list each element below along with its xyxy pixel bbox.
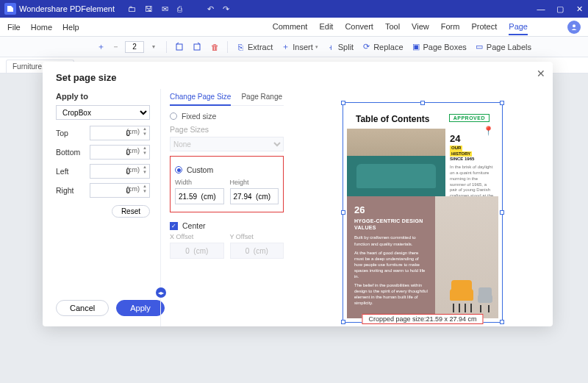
width-label: Width (175, 179, 224, 186)
margin-top-label: Top (56, 129, 85, 137)
insert-icon: ＋ (280, 42, 290, 52)
svg-rect-2 (194, 44, 200, 50)
menu-tab-edit[interactable]: Edit (319, 19, 333, 35)
panel-collapse-icon[interactable]: ◂▸ (156, 287, 166, 298)
crop-size-readout: Cropped page size:21.59 x 27.94 cm (362, 314, 483, 324)
menu-help[interactable]: Help (62, 23, 79, 32)
maximize-button[interactable]: ▢ (556, 4, 564, 14)
page-size-panel: Change Page Size Page Range Fixed size P… (160, 89, 293, 326)
page-labels-icon: ▭ (474, 42, 484, 52)
margin-bottom-input[interactable] (90, 145, 150, 160)
rotate-right-icon[interactable] (192, 42, 202, 52)
page-number-input[interactable] (125, 41, 144, 53)
mail-icon[interactable]: ✉ (162, 4, 168, 14)
delete-page-icon[interactable]: 🗑 (209, 42, 220, 52)
menu-file[interactable]: File (7, 23, 21, 32)
extract-icon: ⎘ (235, 42, 245, 52)
apply-button[interactable]: Apply (116, 300, 165, 316)
split-icon: ⫞ (326, 42, 336, 52)
split-button[interactable]: ⫞Split (326, 42, 354, 52)
replace-button[interactable]: ⟳Replace (361, 42, 403, 52)
menu-tab-view[interactable]: View (412, 19, 429, 35)
resize-handle[interactable] (341, 210, 345, 215)
menu-tab-comment[interactable]: Comment (273, 19, 308, 35)
dialog-close-button[interactable]: ✕ (537, 68, 545, 79)
height-label: Height (230, 179, 279, 186)
open-icon[interactable]: 🗀 (128, 4, 136, 13)
zoom-plus-icon[interactable]: ＋ (96, 42, 106, 52)
x-offset-label: X Offset (170, 233, 224, 240)
preview-panel: Table of Contents APPROVED 📍 24 OUR HIST… (293, 89, 553, 326)
y-offset-input (230, 243, 284, 259)
menu-tab-tool[interactable]: Tool (385, 19, 400, 35)
apply-to-panel: Apply to CropBox Top (cm)▲▼ Bottom (cm)▲… (43, 89, 160, 326)
margin-top-input[interactable] (90, 126, 150, 140)
sofa-image (347, 129, 445, 196)
pin-icon: 📍 (483, 126, 494, 137)
page-boxes-icon: ▣ (411, 42, 421, 52)
tab-change-page-size[interactable]: Change Page Size (170, 89, 231, 106)
approved-stamp: APPROVED (449, 114, 490, 122)
spinner-icon[interactable]: ▲▼ (143, 165, 148, 175)
apply-to-label: Apply to (56, 92, 150, 101)
section-26: 26 HYGGE-CENTRIC DESIGN VALUES Built by … (347, 196, 435, 318)
margin-left-input[interactable] (90, 164, 150, 179)
menu-tab-protect[interactable]: Protect (471, 19, 497, 35)
dialog-title: Set page size (43, 62, 553, 89)
spinner-icon[interactable]: ▲▼ (143, 146, 148, 156)
menu-home[interactable]: Home (31, 23, 52, 32)
print-icon[interactable]: ⎙ (177, 4, 182, 13)
svg-rect-1 (176, 44, 182, 50)
set-page-size-dialog: ✕ Set page size Apply to CropBox Top (cm… (43, 62, 553, 326)
width-input[interactable] (175, 188, 224, 204)
height-input[interactable] (230, 188, 279, 204)
y-offset-label: Y Offset (230, 233, 284, 240)
zoom-minus-icon[interactable]: － (110, 42, 121, 52)
save-icon[interactable]: 🖫 (145, 4, 153, 13)
resize-handle[interactable] (341, 320, 345, 324)
menu-tab-form[interactable]: Form (441, 19, 460, 35)
spinner-icon[interactable]: ▲▼ (143, 184, 148, 194)
quick-access-toolbar: 🗀 🖫 ✉ ⎙ ↶ ↷ (128, 4, 229, 14)
user-avatar-icon[interactable] (567, 21, 581, 34)
resize-handle[interactable] (341, 101, 345, 105)
extract-button[interactable]: ⎘Extract (235, 42, 273, 52)
reset-button[interactable]: Reset (112, 205, 150, 218)
resize-handle[interactable] (420, 101, 425, 105)
fixed-size-radio[interactable]: Fixed size (170, 112, 284, 121)
checkbox-icon: ✓ (170, 222, 178, 230)
minimize-button[interactable]: — (537, 4, 545, 14)
apply-to-select[interactable]: CropBox (56, 105, 150, 120)
spinner-icon[interactable]: ▲▼ (143, 126, 148, 137)
resize-handle[interactable] (500, 101, 504, 105)
margin-right-label: Right (56, 186, 85, 195)
chairs-image (435, 196, 498, 318)
page-preview: Table of Contents APPROVED 📍 24 OUR HIST… (347, 107, 498, 318)
replace-icon: ⟳ (361, 42, 371, 52)
resize-handle[interactable] (500, 320, 504, 324)
app-name: Wondershare PDFelement (19, 4, 115, 13)
cancel-button[interactable]: Cancel (56, 300, 109, 316)
redo-icon[interactable]: ↷ (223, 4, 229, 14)
page-labels-button[interactable]: ▭Page Labels (474, 42, 531, 52)
margin-left-label: Left (56, 167, 85, 176)
custom-size-highlight: Custom Width Height (170, 156, 284, 212)
custom-size-radio[interactable]: Custom (175, 165, 279, 174)
page-boxes-button[interactable]: ▣Page Boxes (411, 42, 467, 52)
page-sizes-label: Page Sizes (170, 125, 284, 134)
menu-tab-page[interactable]: Page (509, 19, 528, 35)
insert-button[interactable]: ＋Insert▾ (280, 42, 318, 52)
chevron-down-icon[interactable]: ▾ (148, 42, 159, 52)
tab-page-range[interactable]: Page Range (241, 89, 282, 105)
undo-icon[interactable]: ↶ (207, 4, 214, 14)
rotate-left-icon[interactable] (174, 42, 184, 52)
margin-right-input[interactable] (90, 183, 150, 198)
margin-bottom-label: Bottom (56, 148, 85, 157)
section-24: 📍 24 OUR HISTORY SINCE 1965 In the brisk… (445, 129, 498, 196)
close-window-button[interactable]: ✕ (575, 4, 584, 14)
menu-tab-convert[interactable]: Convert (345, 19, 373, 35)
page-sizes-select: None (170, 137, 284, 151)
resize-handle[interactable] (500, 210, 504, 215)
app-logo-icon (4, 3, 16, 15)
center-checkbox[interactable]: ✓ Center (170, 221, 284, 230)
